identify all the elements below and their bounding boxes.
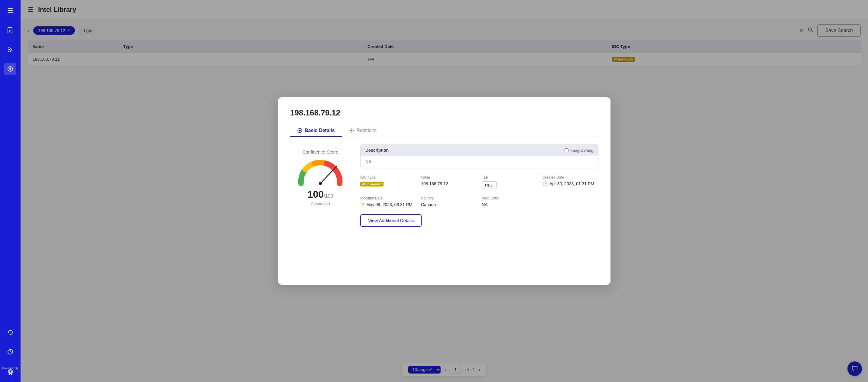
feed-icon[interactable]	[4, 43, 16, 56]
modified-icon: ⏱	[360, 202, 365, 207]
tab-basic-details[interactable]: Basic Details	[290, 125, 342, 137]
hamburger-icon[interactable]: ☰	[4, 5, 16, 17]
document-icon[interactable]	[4, 24, 16, 36]
gauge-max: /100	[324, 193, 333, 198]
svg-point-16	[299, 130, 301, 131]
svg-point-21	[351, 131, 352, 133]
logo: ✕	[0, 370, 21, 377]
modified-date-value: ⏱ May 08, 2023, 03:31 PM	[360, 202, 416, 207]
sidebar: ☰ Powered By ✕	[0, 0, 21, 382]
svg-point-17	[351, 130, 352, 131]
description-header: Description Fang-Defang	[361, 145, 598, 156]
svg-point-20	[351, 128, 352, 130]
modal: 198.168.79.12 Basic Details Relations Co…	[278, 97, 611, 285]
clock-sidebar-icon[interactable]	[4, 346, 16, 358]
intelligence-icon[interactable]	[4, 63, 16, 75]
gauge-section: Confidence Score	[290, 145, 350, 227]
created-date-value: 🕐 Apr 30, 2023, 01:31 PM	[542, 181, 598, 186]
cycle-icon[interactable]	[4, 326, 16, 339]
gauge-svg	[296, 159, 345, 187]
powered-by: Powered By ✕	[0, 367, 21, 377]
modal-title: 198.168.79.12	[290, 108, 598, 118]
gauge-auto-label: Automated	[311, 201, 330, 206]
detail-tlp: TLP RED	[482, 175, 538, 189]
fang-defang[interactable]: Fang-Defang	[564, 148, 593, 153]
modal-body: Confidence Score	[290, 145, 598, 227]
description-box: Description Fang-Defang NA	[360, 145, 598, 168]
view-additional-details-button[interactable]: View Additional Details	[360, 214, 422, 227]
detail-ioc-type: IOC Type 🏷 ipv4-addr	[360, 175, 416, 189]
ioc-badge: 🏷 ipv4-addr	[360, 182, 383, 187]
fang-defang-checkbox[interactable]	[564, 149, 568, 152]
modal-overlay: 198.168.79.12 Basic Details Relations Co…	[21, 0, 868, 382]
svg-point-19	[353, 130, 354, 131]
gauge-value: 100/100	[308, 189, 333, 200]
svg-line-22	[320, 166, 337, 184]
details-grid: IOC Type 🏷 ipv4-addr Value 198.168.79.12	[360, 175, 598, 207]
gauge-label: Confidence Score	[302, 149, 338, 154]
svg-point-4	[8, 51, 9, 52]
detail-modified-date: Modified Date ⏱ May 08, 2023, 03:31 PM	[360, 196, 416, 207]
svg-point-23	[319, 182, 322, 185]
gauge-container	[296, 159, 345, 187]
svg-point-6	[9, 68, 11, 70]
detail-valid-until: Valid Untill NA	[482, 196, 538, 207]
ioc-type-value: 🏷 ipv4-addr	[360, 181, 416, 187]
clock-icon: 🕐	[542, 181, 548, 186]
detail-created-date: Created Date 🕐 Apr 30, 2023, 01:31 PM	[542, 175, 598, 189]
modal-tabs: Basic Details Relations	[290, 125, 598, 137]
detail-country: Country Canada	[421, 196, 477, 207]
details-section: Description Fang-Defang NA IOC Type	[360, 145, 598, 227]
svg-point-18	[350, 130, 351, 131]
description-body: NA	[361, 156, 598, 168]
detail-value: Value 198.168.79.12	[421, 175, 477, 189]
tab-relations[interactable]: Relations	[342, 125, 384, 137]
